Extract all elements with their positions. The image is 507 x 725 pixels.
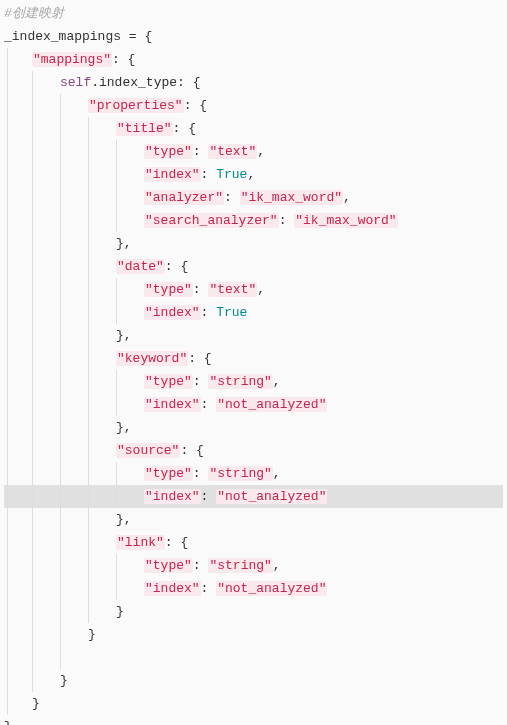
- code-line: "type": "text",: [4, 278, 503, 301]
- colon-brace: : {: [112, 52, 135, 67]
- code-line: }: [4, 600, 503, 623]
- properties-key: "properties": [88, 98, 184, 113]
- close-brace: }: [32, 696, 40, 711]
- value: "text": [208, 282, 257, 297]
- comment-text: #创建映射: [4, 6, 64, 21]
- equals-brace: = {: [121, 29, 152, 44]
- value: "ik_max_word": [294, 213, 397, 228]
- code-line: "index": "not_analyzed": [4, 393, 503, 416]
- key: "index": [144, 397, 201, 412]
- value: "text": [208, 144, 257, 159]
- code-line: "type": "text",: [4, 140, 503, 163]
- close-brace: }: [88, 627, 96, 642]
- field-link: "link": [116, 535, 165, 550]
- close-brace: },: [116, 236, 132, 251]
- code-line: "index": True,: [4, 163, 503, 186]
- code-line: #创建映射: [4, 2, 503, 25]
- code-snippet: #创建映射 _index_mappings = { "mappings": { …: [0, 0, 507, 725]
- key: "type": [144, 144, 193, 159]
- key: "type": [144, 558, 193, 573]
- code-line: "properties": {: [4, 94, 503, 117]
- value: "ik_max_word": [240, 190, 343, 205]
- code-line: }: [4, 623, 503, 646]
- value: "not_analyzed": [216, 489, 327, 504]
- code-line: "source": {: [4, 439, 503, 462]
- close-brace: }: [116, 604, 124, 619]
- code-line: },: [4, 416, 503, 439]
- code-line: "index": "not_analyzed": [4, 485, 503, 508]
- close-brace: }: [4, 719, 12, 725]
- close-brace: },: [116, 420, 132, 435]
- code-line: [4, 646, 503, 669]
- key: "search_analyzer": [144, 213, 279, 228]
- code-line: self.index_type: {: [4, 71, 503, 94]
- field-date: "date": [116, 259, 165, 274]
- self-keyword: self: [60, 75, 91, 90]
- key: "index": [144, 581, 201, 596]
- close-brace: }: [60, 673, 68, 688]
- field-keyword: "keyword": [116, 351, 188, 366]
- value: True: [216, 167, 247, 182]
- close-brace: },: [116, 512, 132, 527]
- value: "string": [208, 558, 272, 573]
- code-line: }: [4, 669, 503, 692]
- value: "string": [208, 374, 272, 389]
- code-line: "date": {: [4, 255, 503, 278]
- code-line: "index": True: [4, 301, 503, 324]
- key: "type": [144, 282, 193, 297]
- key: "type": [144, 466, 193, 481]
- code-line: "search_analyzer": "ik_max_word": [4, 209, 503, 232]
- code-line: "title": {: [4, 117, 503, 140]
- code-line: },: [4, 232, 503, 255]
- code-line: },: [4, 508, 503, 531]
- mappings-key: "mappings": [32, 52, 112, 67]
- value: True: [216, 305, 247, 320]
- field-source: "source": [116, 443, 180, 458]
- code-line: "type": "string",: [4, 462, 503, 485]
- variable-name: _index_mappings: [4, 29, 121, 44]
- field-title: "title": [116, 121, 173, 136]
- key: "type": [144, 374, 193, 389]
- code-line: },: [4, 324, 503, 347]
- key: "index": [144, 489, 201, 504]
- code-line: "link": {: [4, 531, 503, 554]
- key: "index": [144, 167, 201, 182]
- key: "index": [144, 305, 201, 320]
- code-line: "keyword": {: [4, 347, 503, 370]
- code-line: "mappings": {: [4, 48, 503, 71]
- index-type: .index_type:: [91, 75, 185, 90]
- key: "analyzer": [144, 190, 224, 205]
- value: "string": [208, 466, 272, 481]
- code-line: "type": "string",: [4, 370, 503, 393]
- value: "not_analyzed": [216, 581, 327, 596]
- value: "not_analyzed": [216, 397, 327, 412]
- code-line: "index": "not_analyzed": [4, 577, 503, 600]
- code-line: }: [4, 715, 503, 725]
- code-line: _index_mappings = {: [4, 25, 503, 48]
- close-brace: },: [116, 328, 132, 343]
- code-line: }: [4, 692, 503, 715]
- code-line: "type": "string",: [4, 554, 503, 577]
- code-line: "analyzer": "ik_max_word",: [4, 186, 503, 209]
